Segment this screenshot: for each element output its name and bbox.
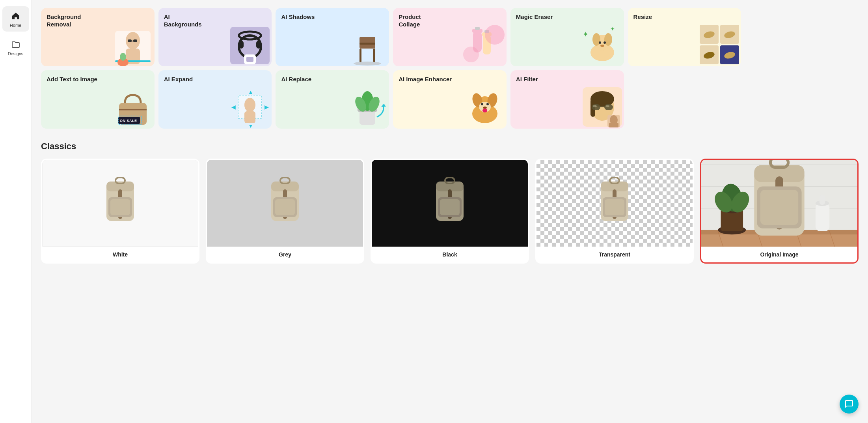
svg-text:✦: ✦ bbox=[583, 30, 589, 38]
folder-icon bbox=[10, 39, 21, 50]
svg-rect-20 bbox=[359, 43, 375, 45]
tool-card-magic-eraser[interactable]: Magic Eraser ✦ ✦ bbox=[510, 8, 624, 66]
classics-section-title: Classics bbox=[41, 141, 859, 152]
svg-point-73 bbox=[486, 103, 489, 105]
tool-card-add-text[interactable]: Add Text to Image ON SALE bbox=[41, 70, 155, 129]
tool-visual-ai-shadows bbox=[323, 21, 389, 66]
tool-visual-ai-replace bbox=[323, 83, 389, 129]
sidebar-designs-label: Designs bbox=[8, 51, 24, 56]
svg-point-32 bbox=[592, 33, 600, 46]
svg-marker-66 bbox=[381, 104, 386, 107]
sidebar-home-label: Home bbox=[10, 23, 21, 28]
classic-card-black-label: Black bbox=[372, 247, 528, 262]
tool-card-ai-shadows[interactable]: AI Shadows bbox=[276, 8, 389, 66]
tool-title-ai-expand: AI Expand bbox=[164, 76, 266, 83]
svg-point-34 bbox=[599, 41, 601, 44]
svg-point-72 bbox=[481, 103, 483, 105]
tool-title-ai-shadows: AI Shadows bbox=[281, 13, 384, 21]
classic-card-white[interactable]: White bbox=[41, 159, 199, 264]
tool-title-resize: Resize bbox=[633, 13, 736, 21]
tool-title-ai-replace: AI Replace bbox=[281, 76, 384, 83]
svg-text:▲: ▲ bbox=[248, 89, 253, 95]
tool-card-ai-replace[interactable]: AI Replace bbox=[276, 70, 389, 129]
tool-title-magic-eraser: Magic Eraser bbox=[516, 13, 618, 21]
classic-card-original-img-area bbox=[701, 160, 857, 247]
classic-card-white-img-area bbox=[42, 160, 198, 247]
svg-text:✦: ✦ bbox=[610, 26, 615, 32]
tool-title-ai-backgrounds: AIBackgrounds bbox=[164, 13, 266, 28]
svg-rect-115 bbox=[605, 199, 624, 215]
tool-card-ai-filter[interactable]: AI Filter bbox=[510, 70, 624, 129]
classic-card-original[interactable]: Original Image bbox=[700, 159, 859, 264]
svg-point-36 bbox=[600, 45, 604, 47]
tool-card-product-collage[interactable]: ProductCollage bbox=[393, 8, 507, 66]
tool-visual-add-text: ON SALE bbox=[89, 83, 155, 129]
classic-card-grey[interactable]: Grey bbox=[206, 159, 364, 264]
svg-rect-108 bbox=[440, 199, 460, 215]
svg-rect-18 bbox=[359, 49, 361, 62]
tool-card-resize[interactable]: Resize bbox=[628, 8, 741, 66]
svg-rect-19 bbox=[373, 49, 375, 62]
chat-button[interactable] bbox=[840, 395, 859, 414]
sidebar-item-designs[interactable]: Designs bbox=[2, 35, 29, 60]
tool-title-add-text: Add Text to Image bbox=[47, 76, 149, 83]
tool-title-bg-removal: BackgroundRemoval bbox=[47, 13, 149, 28]
classic-card-original-label: Original Image bbox=[701, 247, 857, 262]
tool-visual-ai-image-enhancer bbox=[441, 83, 507, 129]
tool-card-ai-image-enhancer[interactable]: AI Image Enhancer bbox=[393, 70, 507, 129]
svg-rect-87 bbox=[609, 123, 618, 127]
svg-text:▶: ▶ bbox=[264, 104, 269, 110]
svg-rect-16 bbox=[246, 57, 253, 62]
classic-card-black-img-area bbox=[372, 160, 528, 247]
svg-rect-13 bbox=[256, 41, 261, 49]
classics-grid: White Grey bbox=[41, 159, 859, 264]
tool-card-bg-removal[interactable]: BackgroundRemoval bbox=[41, 8, 155, 66]
svg-rect-101 bbox=[275, 199, 295, 215]
svg-rect-133 bbox=[816, 203, 829, 231]
classic-card-transparent-label: Transparent bbox=[536, 247, 693, 262]
svg-rect-4 bbox=[133, 39, 137, 42]
classic-card-transparent-img-area bbox=[536, 160, 693, 247]
sidebar-item-home[interactable]: Home bbox=[2, 6, 29, 32]
svg-point-9 bbox=[120, 53, 126, 61]
home-icon bbox=[10, 10, 21, 21]
tool-card-ai-backgrounds[interactable]: AIBackgrounds bbox=[158, 8, 272, 66]
svg-rect-135 bbox=[820, 195, 825, 205]
sidebar: Home Designs bbox=[0, 0, 32, 423]
svg-rect-56 bbox=[244, 111, 255, 123]
svg-rect-3 bbox=[128, 39, 132, 42]
tool-title-ai-image-enhancer: AI Image Enhancer bbox=[399, 76, 501, 83]
tool-card-ai-expand[interactable]: AI Expand ▲ ▼ ◀ ▶ bbox=[158, 70, 272, 129]
svg-rect-142 bbox=[760, 190, 798, 225]
empty-grid-filler bbox=[628, 70, 859, 129]
svg-point-55 bbox=[244, 98, 255, 112]
svg-text:▼: ▼ bbox=[248, 123, 253, 129]
svg-text:◀: ◀ bbox=[231, 104, 236, 110]
svg-point-35 bbox=[604, 41, 606, 44]
tool-visual-magic-eraser: ✦ ✦ bbox=[558, 21, 624, 66]
svg-rect-94 bbox=[110, 199, 130, 215]
tools-grid-row1: BackgroundRemoval bbox=[41, 8, 859, 66]
classic-card-grey-label: Grey bbox=[207, 247, 363, 262]
tool-title-product-collage: ProductCollage bbox=[399, 13, 501, 28]
classic-card-black[interactable]: Black bbox=[371, 159, 529, 264]
classic-card-transparent[interactable]: Transparent bbox=[535, 159, 694, 264]
svg-point-75 bbox=[482, 109, 487, 112]
svg-point-29 bbox=[463, 47, 479, 62]
classic-card-grey-img-area bbox=[207, 160, 363, 247]
svg-rect-12 bbox=[239, 41, 244, 49]
tool-visual-resize bbox=[675, 21, 741, 66]
classic-card-white-label: White bbox=[42, 247, 198, 262]
svg-text:ON SALE: ON SALE bbox=[120, 119, 137, 123]
tool-visual-ai-expand: ▲ ▼ ◀ ▶ bbox=[206, 83, 272, 129]
tools-grid-row2: Add Text to Image ON SALE AI Expand bbox=[41, 70, 859, 129]
tool-visual-ai-filter bbox=[558, 83, 624, 129]
tool-title-ai-filter: AI Filter bbox=[516, 76, 618, 83]
chat-icon bbox=[844, 399, 854, 409]
svg-point-33 bbox=[604, 33, 612, 46]
main-content: BackgroundRemoval bbox=[32, 0, 868, 423]
svg-point-21 bbox=[354, 62, 381, 66]
